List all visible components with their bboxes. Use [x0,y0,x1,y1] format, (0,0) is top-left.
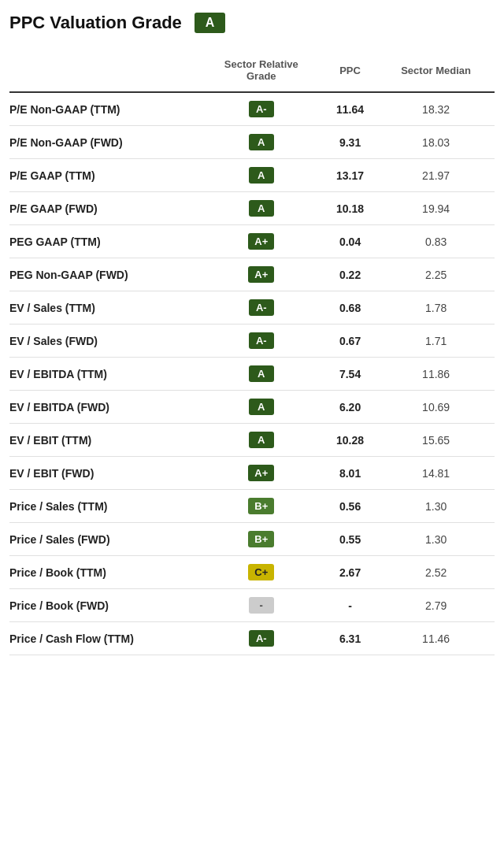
grade-cell: A- [200,622,323,655]
sector-median-value: 21.97 [377,159,495,192]
grade-cell: - [200,589,323,622]
ppc-value: 11.64 [323,92,377,126]
overall-grade-badge: A [195,13,226,33]
metric-name: Price / Book (FWD) [9,589,200,622]
table-row: EV / EBIT (FWD)A+8.0114.81 [9,457,495,490]
grade-badge: A [249,399,274,415]
sector-median-value: 1.30 [377,523,495,556]
table-row: Price / Book (TTM)C+2.672.52 [9,556,495,589]
ppc-value: 0.22 [323,258,377,291]
table-row: Price / Book (FWD)--2.79 [9,589,495,622]
metric-name: EV / EBITDA (FWD) [9,391,200,424]
metric-name: P/E GAAP (FWD) [9,192,200,225]
grade-badge: C+ [248,564,274,580]
sector-median-value: 11.46 [377,622,495,655]
metric-name: Price / Cash Flow (TTM) [9,622,200,655]
grade-badge: A- [249,332,274,349]
metric-name: EV / EBITDA (TTM) [9,358,200,391]
grade-badge: A+ [248,465,274,481]
grade-badge: B+ [248,531,274,547]
table-row: P/E Non-GAAP (TTM)A-11.6418.32 [9,92,495,126]
table-row: PEG GAAP (TTM)A+0.040.83 [9,225,495,258]
col-metric [9,52,200,92]
grade-badge: A [249,167,274,184]
ppc-value: 0.67 [323,325,377,358]
grade-badge: A [249,134,274,150]
sector-median-value: 11.86 [377,358,495,391]
table-row: P/E Non-GAAP (FWD)A9.3118.03 [9,126,495,159]
grade-badge: A [249,200,274,217]
grade-cell: A [200,192,323,225]
table-row: EV / Sales (TTM)A-0.681.78 [9,291,495,325]
sector-median-value: 2.52 [377,556,495,589]
metric-name: EV / Sales (FWD) [9,325,200,358]
grade-badge: A- [249,630,274,647]
sector-median-value: 1.78 [377,291,495,325]
sector-median-value: 0.83 [377,225,495,258]
table-row: EV / Sales (FWD)A-0.671.71 [9,325,495,358]
ppc-value: 10.18 [323,192,377,225]
col-sector-median: Sector Median [377,52,495,92]
sector-median-value: 10.69 [377,391,495,424]
ppc-value: 6.20 [323,391,377,424]
metric-name: P/E Non-GAAP (FWD) [9,126,200,159]
grade-cell: A+ [200,258,323,291]
col-ppc: PPC [323,52,377,92]
table-row: EV / EBITDA (FWD)A6.2010.69 [9,391,495,424]
ppc-value: 8.01 [323,457,377,490]
metric-name: PEG Non-GAAP (FWD) [9,258,200,291]
metric-name: Price / Sales (TTM) [9,490,200,523]
ppc-value: 10.28 [323,424,377,457]
page-header: PPC Valuation Grade A [9,13,495,33]
sector-median-value: 2.79 [377,589,495,622]
table-row: Price / Sales (FWD)B+0.551.30 [9,523,495,556]
grade-badge: A- [249,101,274,117]
grade-badge: A [249,432,274,448]
ppc-value: 0.04 [323,225,377,258]
ppc-value: - [323,589,377,622]
sector-median-value: 15.65 [377,424,495,457]
metric-name: EV / Sales (TTM) [9,291,200,325]
page-title: PPC Valuation Grade [9,13,182,33]
table-row: P/E GAAP (TTM)A13.1721.97 [9,159,495,192]
sector-median-value: 14.81 [377,457,495,490]
sector-median-value: 18.03 [377,126,495,159]
metric-name: P/E GAAP (TTM) [9,159,200,192]
grade-cell: A [200,159,323,192]
table-row: EV / EBIT (TTM)A10.2815.65 [9,424,495,457]
metric-name: PEG GAAP (TTM) [9,225,200,258]
table-row: Price / Sales (TTM)B+0.561.30 [9,490,495,523]
grade-badge: - [249,597,274,614]
ppc-value: 7.54 [323,358,377,391]
grade-badge: A+ [248,233,274,250]
ppc-value: 9.31 [323,126,377,159]
ppc-value: 13.17 [323,159,377,192]
table-row: Price / Cash Flow (TTM)A-6.3111.46 [9,622,495,655]
grade-cell: A+ [200,225,323,258]
table-row: PEG Non-GAAP (FWD)A+0.222.25 [9,258,495,291]
grade-cell: B+ [200,490,323,523]
grade-cell: A+ [200,457,323,490]
grade-cell: A [200,358,323,391]
grade-badge: A+ [248,266,274,283]
grade-cell: B+ [200,523,323,556]
grade-cell: A [200,126,323,159]
table-body: P/E Non-GAAP (TTM)A-11.6418.32P/E Non-GA… [9,92,495,655]
grade-cell: A- [200,92,323,126]
metric-name: EV / EBIT (FWD) [9,457,200,490]
sector-median-value: 1.30 [377,490,495,523]
sector-median-value: 2.25 [377,258,495,291]
grade-cell: C+ [200,556,323,589]
table-row: EV / EBITDA (TTM)A7.5411.86 [9,358,495,391]
ppc-value: 6.31 [323,622,377,655]
table-row: P/E GAAP (FWD)A10.1819.94 [9,192,495,225]
ppc-value: 2.67 [323,556,377,589]
metric-name: P/E Non-GAAP (TTM) [9,92,200,126]
metric-name: Price / Book (TTM) [9,556,200,589]
grade-badge: B+ [248,498,274,514]
ppc-value: 0.56 [323,490,377,523]
sector-median-value: 1.71 [377,325,495,358]
table-header: Sector RelativeGrade PPC Sector Median [9,52,495,92]
col-sector-relative: Sector RelativeGrade [200,52,323,92]
grade-badge: A- [249,299,274,316]
